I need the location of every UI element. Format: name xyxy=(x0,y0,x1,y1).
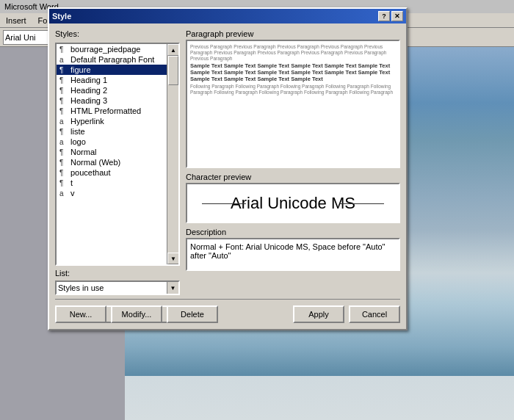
style-item-normal[interactable]: ¶ Normal xyxy=(57,147,167,157)
style-item-label: Normal (Web) xyxy=(70,158,120,167)
style-indicator: ¶ xyxy=(59,87,68,95)
character-preview-box: Arial Unicode MS xyxy=(186,183,400,223)
style-item-v[interactable]: a v xyxy=(57,188,167,198)
style-item-heading3[interactable]: ¶ Heading 3 xyxy=(57,95,167,106)
scroll-track[interactable] xyxy=(167,56,178,253)
dialog-content: Styles: ¶ bourrage_piedpage a Default Pa… xyxy=(49,23,406,329)
style-indicator: a xyxy=(59,56,68,64)
style-item-label: Heading 2 xyxy=(70,86,107,95)
style-indicator: ¶ xyxy=(59,179,68,187)
style-item-html-preformatted[interactable]: ¶ HTML Preformatted xyxy=(57,106,167,116)
style-item-default[interactable]: a Default Paragraph Font xyxy=(57,54,167,65)
style-item-liste[interactable]: ¶ liste xyxy=(57,126,167,137)
paragraph-preview-label: Paragraph preview xyxy=(186,29,400,38)
cancel-button[interactable]: Cancel xyxy=(349,305,400,323)
character-preview-label: Character preview xyxy=(186,173,400,181)
style-indicator: ¶ xyxy=(59,169,68,177)
list-section: List: Styles in use ▼ xyxy=(55,269,180,295)
style-item-t[interactable]: ¶ t xyxy=(57,178,167,188)
dialog-separator xyxy=(55,299,400,300)
style-item-figure[interactable]: ¶ figure xyxy=(57,65,167,75)
styles-label: Styles: xyxy=(55,29,180,38)
style-item-label: poucethaut xyxy=(70,168,110,177)
style-indicator: ¶ xyxy=(59,66,68,74)
modify-button[interactable]: Modify... xyxy=(111,305,162,323)
preview-line-left xyxy=(202,203,246,204)
style-item-bourrage[interactable]: ¶ bourrage_piedpage xyxy=(57,44,167,54)
style-indicator: a xyxy=(59,117,68,126)
style-indicator: a xyxy=(59,189,68,198)
styles-listbox[interactable]: ¶ bourrage_piedpage a Default Paragraph … xyxy=(55,43,180,266)
style-indicator: ¶ xyxy=(59,159,68,167)
style-item-label: Heading 3 xyxy=(70,96,107,105)
styles-panel: Styles: ¶ bourrage_piedpage a Default Pa… xyxy=(55,29,180,323)
style-item-heading1[interactable]: ¶ Heading 1 xyxy=(57,75,167,85)
style-item-label: Heading 1 xyxy=(70,76,107,84)
style-item-poucethaut[interactable]: ¶ poucethaut xyxy=(57,167,167,178)
style-item-label: HTML Preformatted xyxy=(70,106,141,115)
style-item-label: bourrage_piedpage xyxy=(70,45,140,54)
scroll-thumb[interactable] xyxy=(168,56,178,85)
dialog-close-button[interactable]: ✕ xyxy=(391,11,403,21)
style-indicator: ¶ xyxy=(59,148,68,156)
style-item-label: figure xyxy=(70,65,91,74)
style-dialog: Style ? ✕ Styles: ¶ bourrage_piedpage a … xyxy=(48,7,408,330)
style-indicator: ¶ xyxy=(59,76,68,84)
style-indicator: ¶ xyxy=(59,46,68,54)
description-label: Description xyxy=(186,228,400,236)
dialog-title-buttons: ? ✕ xyxy=(378,11,403,21)
style-item-logo[interactable]: a logo xyxy=(57,137,167,147)
new-button[interactable]: New... xyxy=(55,305,106,323)
paragraph-preview-box: Previous Paragraph Previous Paragraph Pr… xyxy=(186,40,400,168)
style-dropdown-value: Arial Uni xyxy=(5,33,36,42)
style-item-label: Hyperlink xyxy=(70,117,104,126)
style-item-heading2[interactable]: ¶ Heading 2 xyxy=(57,85,167,95)
scroll-down-arrow[interactable]: ▼ xyxy=(167,253,179,264)
bottom-left-buttons: New... Modify... Delete xyxy=(55,305,218,323)
list-dropdown-value: Styles in use xyxy=(58,283,177,292)
style-indicator: ¶ xyxy=(59,128,68,136)
apply-button[interactable]: Apply xyxy=(293,305,344,323)
character-preview-section: Character preview Arial Unicode MS xyxy=(186,173,400,223)
delete-button[interactable]: Delete xyxy=(167,305,218,323)
paragraph-preview-section: Paragraph preview Previous Paragraph Pre… xyxy=(186,29,400,168)
style-item-label: logo xyxy=(70,137,86,146)
description-text: Normal + Font: Arial Unicode MS, Space b… xyxy=(186,238,400,271)
style-item-label: v xyxy=(70,189,75,198)
list-label: List: xyxy=(55,269,180,278)
bottom-right-buttons: Apply Cancel xyxy=(293,305,400,323)
preview-line-right xyxy=(340,203,384,204)
dialog-title-bar: Style ? ✕ xyxy=(49,9,406,23)
style-item-label: t xyxy=(70,178,73,187)
list-dropdown-arrow-icon[interactable]: ▼ xyxy=(167,282,178,294)
styles-scrollbar[interactable]: ▲ ▼ xyxy=(167,44,178,264)
preview-sample-text: Sample Text Sample Text Sample Text Samp… xyxy=(190,62,396,82)
style-item-hyperlink[interactable]: a Hyperlink xyxy=(57,116,167,126)
dialog-title-text: Style xyxy=(52,12,71,21)
description-section: Description Normal + Font: Arial Unicode… xyxy=(186,228,400,271)
scroll-up-arrow[interactable]: ▲ xyxy=(167,44,179,56)
style-indicator: ¶ xyxy=(59,107,68,115)
style-item-label: liste xyxy=(70,127,85,136)
style-indicator: a xyxy=(59,138,68,146)
character-preview-text: Arial Unicode MS xyxy=(231,194,355,213)
dialog-help-button[interactable]: ? xyxy=(378,11,390,21)
style-indicator: ¶ xyxy=(59,97,68,105)
preview-follow-para: Following Paragraph Following Paragraph … xyxy=(190,84,396,95)
paragraph-preview-content: Previous Paragraph Previous Paragraph Pr… xyxy=(187,41,399,100)
style-item-label: Normal xyxy=(70,148,96,156)
style-item-normal-web[interactable]: ¶ Normal (Web) xyxy=(57,157,167,167)
list-dropdown[interactable]: Styles in use ▼ xyxy=(55,280,180,295)
preview-panel: Paragraph preview Previous Paragraph Pre… xyxy=(186,29,400,323)
style-item-label: Default Paragraph Font xyxy=(70,55,154,64)
preview-prev-para: Previous Paragraph Previous Paragraph Pr… xyxy=(190,44,396,61)
menu-insert[interactable]: Insert xyxy=(0,15,32,26)
